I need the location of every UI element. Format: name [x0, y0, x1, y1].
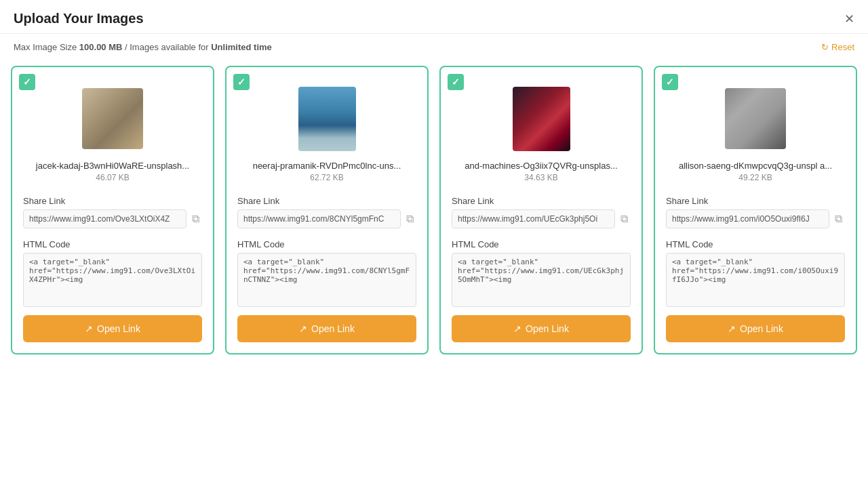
- header: Upload Your Images ✕: [0, 0, 868, 34]
- html-code-label-4: HTML Code: [666, 239, 713, 249]
- open-link-label-3: Open Link: [526, 323, 569, 334]
- card-2: ✓ neeraj-pramanik-RVDnPmc0lnc-uns... 62.…: [225, 66, 429, 354]
- html-code-textarea-3[interactable]: <a target="_blank" href="https://www.img…: [452, 253, 631, 307]
- image-4: [725, 88, 786, 149]
- html-code-label-3: HTML Code: [452, 239, 499, 249]
- copy-share-link-button-4[interactable]: ⧉: [832, 211, 845, 226]
- reset-label: Reset: [831, 42, 854, 52]
- image-2: [298, 87, 356, 151]
- filename-3: and-machines-Og3iix7QVRg-unsplas...: [465, 161, 617, 171]
- open-link-icon-2: ↗: [299, 323, 307, 334]
- image-3: [513, 87, 570, 151]
- card-4: ✓ allison-saeng-dKmwpcvqQ3g-unspl a... 4…: [654, 66, 857, 354]
- share-link-label-4: Share Link: [666, 196, 708, 206]
- share-link-input-2[interactable]: [237, 209, 401, 228]
- share-link-label-3: Share Link: [452, 196, 494, 206]
- info-bar: Max Image Size 100.00 MB / Images availa…: [0, 34, 868, 60]
- html-code-label-1: HTML Code: [23, 239, 71, 249]
- share-link-label-1: Share Link: [23, 196, 65, 206]
- copy-share-link-button-1[interactable]: ⧉: [189, 211, 202, 226]
- html-code-textarea-4[interactable]: <a target="_blank" href="https://www.img…: [666, 253, 845, 307]
- share-link-input-1[interactable]: [23, 209, 186, 228]
- open-link-button-3[interactable]: ↗ Open Link: [452, 315, 631, 342]
- check-badge-3: ✓: [448, 74, 464, 90]
- filename-4: allison-saeng-dKmwpcvqQ3g-unspl a...: [679, 161, 832, 171]
- filename-2: neeraj-pramanik-RVDnPmc0lnc-uns...: [253, 161, 401, 171]
- share-link-row-3: ⧉: [452, 209, 631, 228]
- share-link-label-2: Share Link: [237, 196, 279, 206]
- open-link-label-1: Open Link: [97, 323, 140, 334]
- open-link-button-4[interactable]: ↗ Open Link: [666, 315, 845, 342]
- open-link-label-4: Open Link: [740, 323, 783, 334]
- reset-icon: ↻: [821, 42, 829, 52]
- image-1: [82, 88, 143, 149]
- check-badge-2: ✓: [233, 74, 250, 90]
- check-badge-1: ✓: [19, 74, 35, 90]
- filesize-1: 46.07 KB: [96, 173, 129, 182]
- share-link-row-2: ⧉: [237, 209, 416, 228]
- share-link-input-4[interactable]: [666, 209, 829, 228]
- share-link-input-3[interactable]: [452, 209, 615, 228]
- filesize-4: 49.22 KB: [738, 173, 772, 182]
- filename-1: jacek-kadaj-B3wnHi0WaRE-unsplash...: [36, 161, 189, 171]
- filesize-2: 62.72 KB: [310, 173, 343, 182]
- filesize-3: 34.63 KB: [524, 173, 557, 182]
- image-container-4: [711, 85, 800, 152]
- image-container-3: [497, 85, 585, 152]
- info-text: Max Image Size 100.00 MB / Images availa…: [14, 42, 272, 52]
- cards-container: ✓ jacek-kadaj-B3wnHi0WaRE-unsplash... 46…: [0, 60, 868, 365]
- image-container-2: [283, 85, 371, 152]
- open-link-button-1[interactable]: ↗ Open Link: [23, 315, 202, 342]
- html-code-textarea-1[interactable]: <a target="_blank" href="https://www.img…: [23, 253, 202, 307]
- share-link-row-1: ⧉: [23, 209, 202, 228]
- reset-button[interactable]: ↻ Reset: [821, 42, 854, 52]
- html-code-textarea-2[interactable]: <a target="_blank" href="https://www.img…: [237, 253, 416, 307]
- page-title: Upload Your Images: [14, 11, 144, 26]
- open-link-icon-1: ↗: [85, 323, 93, 334]
- check-badge-4: ✓: [662, 74, 678, 90]
- copy-share-link-button-3[interactable]: ⧉: [618, 211, 631, 226]
- open-link-button-2[interactable]: ↗ Open Link: [237, 315, 416, 342]
- html-code-label-2: HTML Code: [237, 239, 285, 249]
- copy-share-link-button-2[interactable]: ⧉: [403, 211, 416, 226]
- card-3: ✓ and-machines-Og3iix7QVRg-unsplas... 34…: [439, 66, 643, 354]
- share-link-row-4: ⧉: [666, 209, 845, 228]
- open-link-label-2: Open Link: [311, 323, 355, 334]
- image-container-1: [68, 85, 157, 152]
- close-button[interactable]: ✕: [844, 12, 854, 26]
- open-link-icon-3: ↗: [513, 323, 521, 334]
- open-link-icon-4: ↗: [728, 323, 736, 334]
- card-1: ✓ jacek-kadaj-B3wnHi0WaRE-unsplash... 46…: [11, 66, 214, 354]
